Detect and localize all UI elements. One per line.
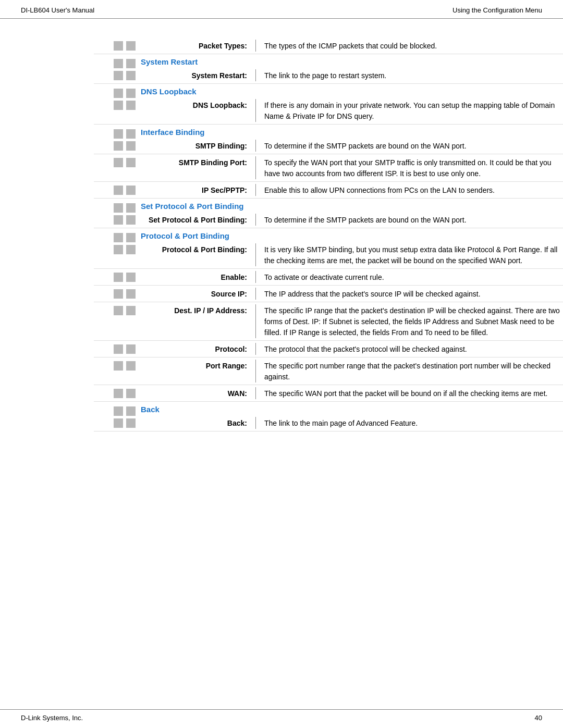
deco-block-1: [114, 141, 123, 151]
deco-block-2: [126, 186, 136, 195]
entry-label: Source IP:: [141, 288, 255, 300]
deco-block-2: [126, 273, 136, 282]
decoration-blocks: [94, 243, 141, 254]
footer-company: D-Link Systems, Inc.: [21, 714, 83, 722]
decoration-blocks: [94, 405, 141, 416]
column-divider: [255, 271, 256, 283]
entry-row: Source IP:The IP address that the packet…: [94, 288, 563, 302]
entry-label: SMTP Binding Port:: [141, 156, 255, 168]
deco-block-2: [126, 233, 136, 242]
sections-container: Packet Types:The types of the ICMP packe…: [94, 40, 563, 431]
deco-block-2: [126, 344, 136, 354]
section-header-label: System Restart: [141, 57, 563, 66]
entry-description: It is very like SMTP binding, but you mu…: [264, 243, 563, 266]
deco-block-2: [126, 129, 136, 139]
entry-row: Enable:To activate or deactivate current…: [94, 271, 563, 286]
entry-description: To specify the WAN port that your SMTP t…: [264, 156, 563, 179]
entry-label: Protocol & Port Binding:: [141, 243, 255, 255]
deco-block-1: [114, 101, 123, 110]
decoration-blocks: [94, 343, 141, 354]
decoration-blocks: [94, 202, 141, 213]
deco-block-2: [126, 41, 136, 51]
entry-label: Protocol:: [141, 343, 255, 355]
column-divider: [255, 387, 256, 399]
entry-description: The link to the main page of Advanced Fe…: [264, 417, 563, 429]
entry-label: DNS Loopback:: [141, 99, 255, 111]
entry-row: WAN:The specific WAN port that the packe…: [94, 387, 563, 402]
entry-row: Dest. IP / IP Address:The specific IP ra…: [94, 304, 563, 341]
deco-block-2: [126, 406, 136, 416]
entry-row: SMTP Binding Port:To specify the WAN por…: [94, 156, 563, 182]
entry-description: The specific IP range that the packet's …: [264, 304, 563, 338]
section-header-label: Interface Binding: [141, 128, 563, 137]
column-divider: [255, 184, 256, 196]
decoration-blocks: [94, 304, 141, 315]
deco-block-1: [114, 361, 123, 371]
deco-block-1: [114, 203, 123, 213]
entry-label: System Restart:: [141, 69, 255, 81]
page-container: DI-LB604 User's Manual Using the Configu…: [0, 0, 563, 728]
deco-block-2: [126, 71, 136, 80]
section-header-protocol--port-binding: Protocol & Port Binding: [94, 231, 563, 242]
section-header-set-protocol--port-binding: Set Protocol & Port Binding: [94, 202, 563, 213]
entry-label: Set Protocol & Port Binding:: [141, 214, 255, 226]
entry-description: To activate or deactivate current rule.: [264, 271, 563, 283]
entry-row: Packet Types:The types of the ICMP packe…: [94, 40, 563, 54]
decoration-blocks: [94, 140, 141, 151]
entry-row: Port Range:The specific port number rang…: [94, 360, 563, 385]
header-section-title: Using the Configuration Menu: [452, 6, 542, 14]
deco-block-1: [114, 59, 123, 68]
entry-description: The specific port number range that the …: [264, 360, 563, 382]
column-divider: [255, 40, 256, 52]
entry-row: Protocol & Port Binding:It is very like …: [94, 243, 563, 269]
page-footer: D-Link Systems, Inc. 40: [0, 709, 563, 728]
entry-description: To determine if the SMTP packets are bou…: [264, 140, 563, 152]
entry-label: Packet Types:: [141, 40, 255, 52]
entry-row: Back:The link to the main page of Advanc…: [94, 417, 563, 431]
entry-label: Back:: [141, 417, 255, 429]
deco-block-2: [126, 418, 136, 428]
entry-description: To determine if the SMTP packets are bou…: [264, 214, 563, 226]
deco-block-1: [114, 289, 123, 299]
entry-row: Protocol:The protocol that the packet's …: [94, 343, 563, 357]
deco-block-2: [126, 89, 136, 98]
deco-block-2: [126, 101, 136, 110]
entry-description: The link to the page to restart system.: [264, 69, 563, 81]
section-header-label: Set Protocol & Port Binding: [141, 202, 563, 211]
deco-block-1: [114, 406, 123, 416]
entry-row: Set Protocol & Port Binding:To determine…: [94, 214, 563, 228]
entry-label: Enable:: [141, 271, 255, 283]
section-header-back: Back: [94, 405, 563, 416]
deco-block-1: [114, 71, 123, 80]
deco-block-2: [126, 203, 136, 213]
entry-description: Enable this to allow UPN connections fro…: [264, 184, 563, 196]
decoration-blocks: [94, 387, 141, 398]
main-content: Packet Types:The types of the ICMP packe…: [94, 24, 563, 704]
deco-block-1: [114, 245, 123, 254]
entry-label: WAN:: [141, 387, 255, 399]
decoration-blocks: [94, 184, 141, 195]
deco-block-2: [126, 306, 136, 315]
column-divider: [255, 360, 256, 382]
footer-page-number: 40: [535, 714, 542, 722]
deco-block-1: [114, 129, 123, 139]
header-manual-title: DI-LB604 User's Manual: [21, 6, 94, 14]
decoration-blocks: [94, 69, 141, 80]
column-divider: [255, 156, 256, 179]
section-header-dns-loopback: DNS Loopback: [94, 87, 563, 98]
decoration-blocks: [94, 271, 141, 282]
column-divider: [255, 99, 256, 122]
column-divider: [255, 304, 256, 338]
entry-description: If there is any domain in your private n…: [264, 99, 563, 122]
entry-description: The protocol that the packet's protocol …: [264, 343, 563, 355]
entry-description: The types of the ICMP packets that could…: [264, 40, 563, 52]
deco-block-1: [114, 418, 123, 428]
entry-label: IP Sec/PPTP:: [141, 184, 255, 196]
decoration-column: [0, 24, 47, 704]
decoration-blocks: [94, 214, 141, 225]
column-divider: [255, 288, 256, 300]
deco-block-2: [126, 289, 136, 299]
deco-block-1: [114, 344, 123, 354]
decoration-blocks: [94, 231, 141, 242]
deco-block-1: [114, 389, 123, 398]
